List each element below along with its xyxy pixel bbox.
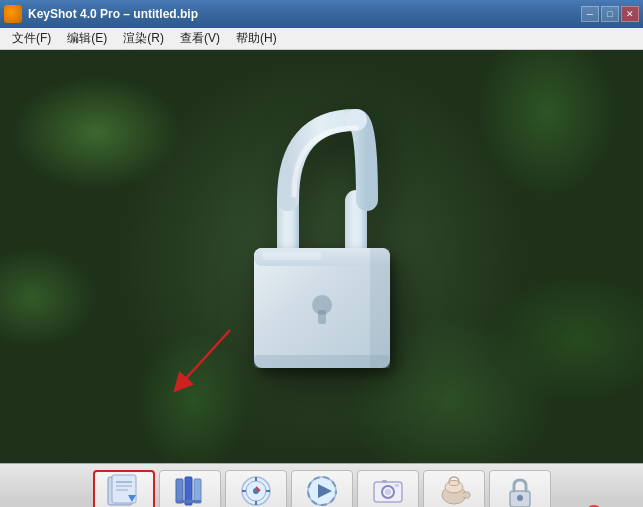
svg-point-35 bbox=[385, 489, 391, 495]
project-button[interactable]: 项目 bbox=[225, 470, 287, 508]
viewport bbox=[0, 50, 643, 463]
svg-rect-37 bbox=[395, 484, 399, 487]
svg-line-11 bbox=[180, 330, 230, 385]
svg-rect-18 bbox=[176, 479, 183, 503]
render-icon bbox=[436, 473, 472, 507]
title-text: KeyShot 4.0 Pro – untitled.bip bbox=[28, 7, 198, 21]
title-bar: KeyShot 4.0 Pro – untitled.bip ─ □ ✕ bbox=[0, 0, 643, 28]
project-icon bbox=[238, 473, 274, 507]
baidu-watermark: Bai 口 经强 bbox=[557, 503, 635, 507]
toolbar: 导入 库 项目 bbox=[0, 463, 643, 507]
window-controls[interactable]: ─ □ ✕ bbox=[581, 6, 639, 22]
menu-edit[interactable]: 编辑(E) bbox=[59, 28, 115, 49]
menu-view[interactable]: 查看(V) bbox=[172, 28, 228, 49]
library-icon bbox=[172, 473, 208, 507]
render-button[interactable]: 渲染 bbox=[423, 470, 485, 508]
svg-rect-8 bbox=[318, 310, 326, 324]
svg-rect-5 bbox=[370, 248, 390, 368]
library-button[interactable]: 库 bbox=[159, 470, 221, 508]
svg-point-42 bbox=[517, 495, 523, 501]
keyshotvr-button[interactable]: KeyShotVR bbox=[489, 470, 551, 508]
title-bar-left: KeyShot 4.0 Pro – untitled.bip bbox=[4, 5, 198, 23]
minimize-button[interactable]: ─ bbox=[581, 6, 599, 22]
svg-rect-21 bbox=[176, 500, 201, 503]
arrow-annotation bbox=[160, 325, 250, 395]
menu-render[interactable]: 渲染(R) bbox=[115, 28, 172, 49]
animation-button[interactable]: 动画 bbox=[291, 470, 353, 508]
maximize-button[interactable]: □ bbox=[601, 6, 619, 22]
menu-file[interactable]: 文件(F) bbox=[4, 28, 59, 49]
menu-bar: 文件(F) 编辑(E) 渲染(R) 查看(V) 帮助(H) bbox=[0, 28, 643, 50]
svg-rect-6 bbox=[254, 355, 390, 368]
screenshot-icon bbox=[370, 473, 406, 507]
svg-rect-9 bbox=[262, 252, 322, 260]
import-button[interactable]: 导入 bbox=[93, 470, 155, 508]
app-icon bbox=[4, 5, 22, 23]
svg-point-40 bbox=[449, 481, 459, 486]
svg-rect-20 bbox=[194, 479, 201, 503]
close-button[interactable]: ✕ bbox=[621, 6, 639, 22]
baidu-paw-icon: 口 bbox=[583, 503, 605, 507]
keyshotvr-icon bbox=[502, 475, 538, 508]
screenshot-button[interactable]: 截屏 bbox=[357, 470, 419, 508]
import-icon bbox=[106, 473, 142, 507]
animation-icon bbox=[304, 473, 340, 507]
svg-rect-36 bbox=[382, 480, 387, 483]
menu-help[interactable]: 帮助(H) bbox=[228, 28, 285, 49]
